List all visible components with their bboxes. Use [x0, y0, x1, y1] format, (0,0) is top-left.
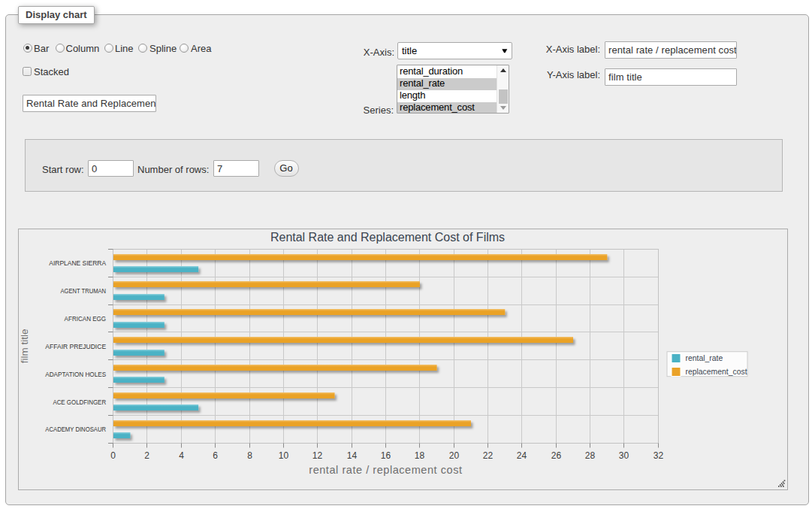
- svg-text:replacement_cost: replacement_cost: [686, 368, 747, 376]
- svg-text:AIRPLANE SIERRA: AIRPLANE SIERRA: [49, 259, 106, 267]
- svg-text:10: 10: [279, 450, 289, 461]
- svg-text:12: 12: [312, 450, 323, 461]
- svg-text:rental rate / replacement cost: rental rate / replacement cost: [309, 464, 462, 476]
- svg-text:14: 14: [347, 450, 358, 461]
- svg-text:28: 28: [585, 450, 596, 461]
- svg-text:ACE GOLDFINGER: ACE GOLDFINGER: [53, 398, 106, 406]
- svg-text:film title: film title: [19, 329, 30, 364]
- svg-text:AFRICAN EGG: AFRICAN EGG: [65, 314, 107, 323]
- svg-text:30: 30: [619, 450, 629, 461]
- svg-text:2: 2: [144, 450, 149, 461]
- svg-text:32: 32: [654, 450, 664, 461]
- svg-text:6: 6: [213, 450, 218, 461]
- svg-text:rental_rate: rental_rate: [686, 354, 723, 362]
- svg-text:20: 20: [449, 450, 460, 461]
- svg-text:8: 8: [247, 450, 252, 461]
- svg-text:26: 26: [551, 450, 562, 461]
- svg-text:4: 4: [179, 450, 184, 461]
- svg-text:18: 18: [415, 450, 425, 461]
- svg-text:Rental Rate and Replacement Co: Rental Rate and Replacement Cost of Film…: [270, 231, 505, 244]
- svg-text:AGENT TRUMAN: AGENT TRUMAN: [61, 286, 107, 295]
- svg-text:ADAPTATION HOLES: ADAPTATION HOLES: [45, 370, 106, 378]
- svg-text:0: 0: [110, 450, 116, 461]
- svg-text:ACADEMY DINOSAUR: ACADEMY DINOSAUR: [45, 425, 106, 433]
- svg-text:16: 16: [381, 450, 391, 461]
- svg-text:AFFAIR PREJUDICE: AFFAIR PREJUDICE: [45, 342, 106, 350]
- svg-text:22: 22: [483, 450, 494, 461]
- svg-text:24: 24: [517, 450, 527, 461]
